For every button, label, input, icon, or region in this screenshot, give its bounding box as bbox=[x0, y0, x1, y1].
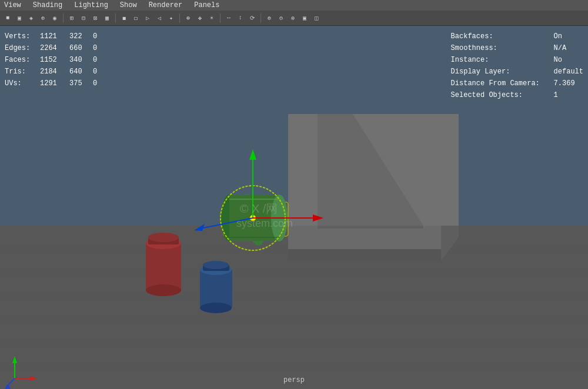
stat-right-row-distance: Distance From Camera: 7.369 bbox=[451, 78, 583, 89]
toolbar-sep-5 bbox=[260, 14, 261, 23]
stat-right-row-smoothness: Smoothness: N/A bbox=[451, 42, 583, 54]
stats-right: Backfaces: On Smoothness: N/A Instance: … bbox=[451, 31, 583, 101]
svg-rect-24 bbox=[200, 270, 232, 308]
toolbar-icon-3[interactable]: ◈ bbox=[26, 13, 36, 24]
stat-faces-val3: 0 bbox=[93, 54, 105, 66]
toolbar-icon-13[interactable]: ◁ bbox=[154, 13, 165, 24]
stat-row-edges: Edges: 2264 660 0 bbox=[5, 42, 105, 54]
stat-faces-val2: 340 bbox=[69, 54, 93, 66]
stat-label-verts: Verts: bbox=[5, 31, 40, 42]
stat-label-edges: Edges: bbox=[5, 42, 40, 54]
stat-label-uvs: UVs: bbox=[5, 78, 40, 89]
stat-right-val-distance: 7.369 bbox=[554, 78, 575, 89]
toolbar-icon-2[interactable]: ▣ bbox=[14, 13, 25, 24]
svg-text:© X /网: © X /网 bbox=[240, 202, 278, 215]
toolbar-icon-20[interactable]: ⟳ bbox=[247, 13, 258, 24]
stat-right-val-instance: No bbox=[554, 54, 562, 66]
stat-right-label-displaylayer: Display Layer: bbox=[451, 66, 554, 78]
viewport[interactable]: © X /网 system.com Verts: 1121 322 0 Edge… bbox=[0, 26, 588, 389]
toolbar-icon-7[interactable]: ⊟ bbox=[78, 13, 89, 24]
stat-right-val-backfaces: On bbox=[554, 31, 562, 42]
toolbar-icon-15[interactable]: ⊛ bbox=[183, 13, 193, 24]
toolbar-icon-11[interactable]: ◻ bbox=[131, 13, 141, 24]
stat-right-label-selected: Selected Objects: bbox=[451, 89, 554, 101]
menu-shading[interactable]: Shading bbox=[31, 1, 64, 9]
stat-right-row-selected: Selected Objects: 1 bbox=[451, 89, 583, 101]
camera-label: persp bbox=[283, 376, 305, 384]
stat-label-tris: Tris: bbox=[5, 66, 40, 78]
toolbar-icon-24[interactable]: ▣ bbox=[299, 13, 310, 24]
stat-right-label-distance: Distance From Camera: bbox=[451, 78, 554, 89]
stat-right-val-displaylayer: default bbox=[554, 66, 583, 78]
toolbar-sep-2 bbox=[115, 14, 116, 23]
stat-uvs-val1: 1291 bbox=[40, 78, 69, 89]
stat-row-faces: Faces: 1152 340 0 bbox=[5, 54, 105, 66]
toolbar-icon-4[interactable]: ⊕ bbox=[38, 13, 48, 24]
stat-right-label-instance: Instance: bbox=[451, 54, 554, 66]
stat-right-label-smoothness: Smoothness: bbox=[451, 42, 554, 54]
toolbar-sep-3 bbox=[179, 14, 180, 23]
toolbar-icon-23[interactable]: ⊗ bbox=[288, 13, 298, 24]
stat-row-uvs: UVs: 1291 375 0 bbox=[5, 78, 105, 89]
menu-show[interactable]: Show bbox=[118, 1, 139, 9]
stat-label-faces: Faces: bbox=[5, 54, 40, 66]
menu-renderer[interactable]: Renderer bbox=[147, 1, 185, 9]
stat-right-val-smoothness: N/A bbox=[554, 42, 567, 54]
stat-edges-val2: 660 bbox=[69, 42, 93, 54]
svg-point-21 bbox=[146, 284, 181, 296]
svg-point-23 bbox=[148, 233, 179, 242]
stat-tris-val3: 0 bbox=[93, 66, 105, 78]
toolbar-icon-5[interactable]: ◉ bbox=[49, 13, 60, 24]
toolbar-icon-8[interactable]: ⊠ bbox=[90, 13, 101, 24]
stat-verts-val1: 1121 bbox=[40, 31, 69, 42]
toolbar-icon-12[interactable]: ▷ bbox=[142, 13, 153, 24]
menu-view[interactable]: View bbox=[2, 1, 23, 9]
stat-verts-val2: 322 bbox=[69, 31, 93, 42]
stat-edges-val3: 0 bbox=[93, 42, 105, 54]
svg-marker-9 bbox=[288, 249, 441, 261]
toolbar-icon-6[interactable]: ⊞ bbox=[66, 13, 77, 24]
menubar: View Shading Lighting Show Renderer Pane… bbox=[0, 0, 588, 11]
stat-right-row-backfaces: Backfaces: On bbox=[451, 31, 583, 42]
toolbar-icon-18[interactable]: ↔ bbox=[223, 13, 234, 24]
toolbar-icon-1[interactable]: ■ bbox=[2, 13, 13, 24]
stat-right-row-displaylayer: Display Layer: default bbox=[451, 66, 583, 78]
svg-point-26 bbox=[200, 303, 232, 313]
svg-rect-19 bbox=[146, 243, 181, 290]
stat-right-row-instance: Instance: No bbox=[451, 54, 583, 66]
stats-left: Verts: 1121 322 0 Edges: 2264 660 0 Face… bbox=[5, 31, 105, 89]
stat-faces-val1: 1152 bbox=[40, 54, 69, 66]
stat-tris-val1: 2184 bbox=[40, 66, 69, 78]
toolbar-sep-4 bbox=[220, 14, 220, 23]
toolbar-icon-21[interactable]: ⊕ bbox=[264, 13, 275, 24]
toolbar-icon-25[interactable]: ◫ bbox=[311, 13, 322, 24]
stat-row-tris: Tris: 2184 640 0 bbox=[5, 66, 105, 78]
toolbar: ■ ▣ ◈ ⊕ ◉ ⊞ ⊟ ⊠ ▦ ◼ ◻ ▷ ◁ ✦ ⊛ ✤ ☀ ↔ ↕ ⟳ … bbox=[0, 11, 588, 26]
svg-text:system.com: system.com bbox=[236, 217, 293, 229]
stat-tris-val2: 640 bbox=[69, 66, 93, 78]
toolbar-icon-19[interactable]: ↕ bbox=[235, 13, 246, 24]
stat-verts-val3: 0 bbox=[93, 31, 105, 42]
toolbar-icon-22[interactable]: ⊖ bbox=[276, 13, 286, 24]
stat-edges-val1: 2264 bbox=[40, 42, 69, 54]
toolbar-sep-1 bbox=[63, 14, 64, 23]
menu-lighting[interactable]: Lighting bbox=[72, 1, 110, 9]
toolbar-icon-17[interactable]: ☀ bbox=[206, 13, 217, 24]
svg-point-28 bbox=[203, 261, 229, 269]
toolbar-icon-9[interactable]: ▦ bbox=[102, 13, 112, 24]
svg-marker-8 bbox=[288, 226, 459, 249]
stat-row-verts: Verts: 1121 322 0 bbox=[5, 31, 105, 42]
menu-panels[interactable]: Panels bbox=[192, 1, 221, 9]
stat-right-label-backfaces: Backfaces: bbox=[451, 31, 554, 42]
toolbar-icon-16[interactable]: ✤ bbox=[195, 13, 205, 24]
toolbar-icon-10[interactable]: ◼ bbox=[119, 13, 129, 24]
stat-right-val-selected: 1 bbox=[554, 89, 558, 101]
stat-uvs-val2: 375 bbox=[69, 78, 93, 89]
toolbar-icon-14[interactable]: ✦ bbox=[166, 13, 176, 24]
stat-uvs-val3: 0 bbox=[93, 78, 105, 89]
